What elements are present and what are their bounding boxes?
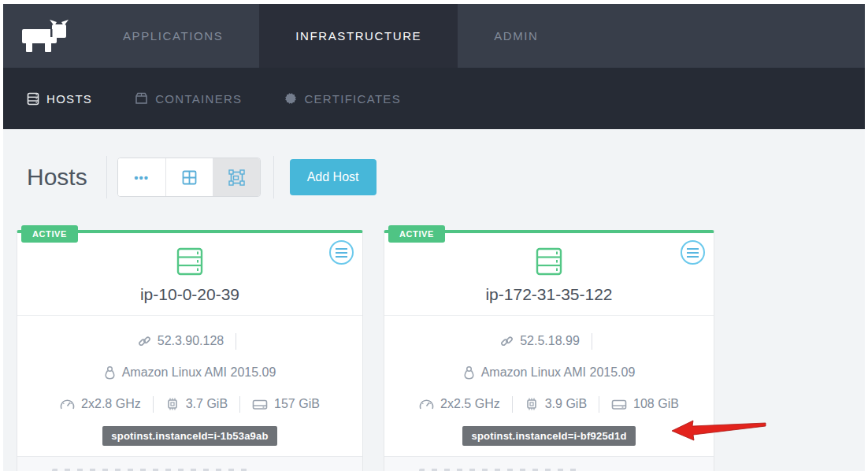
nav-item-admin[interactable]: ADMIN bbox=[458, 4, 574, 68]
grid-icon bbox=[182, 170, 197, 185]
host-ip: 52.3.90.128 bbox=[158, 334, 224, 348]
ellipsis-icon: ••• bbox=[134, 171, 149, 184]
inline-divider bbox=[239, 396, 240, 413]
disk-icon bbox=[252, 398, 268, 411]
top-nav: APPLICATIONS INFRASTRUCTURE ADMIN bbox=[3, 4, 865, 68]
link-icon bbox=[500, 335, 514, 348]
inline-divider bbox=[512, 396, 513, 413]
specs-row: 2x2.8 GHz 3.7 GiB bbox=[17, 388, 362, 420]
specs-row: 2x2.5 GHz 3.9 GiB bbox=[384, 388, 714, 420]
condensed-view-button[interactable]: ••• bbox=[118, 158, 165, 196]
cpu-speed-icon bbox=[419, 398, 434, 411]
subnav-item-hosts[interactable]: HOSTS bbox=[27, 92, 92, 106]
host-server-icon bbox=[533, 246, 565, 277]
host-os: Amazon Linux AMI 2015.09 bbox=[122, 365, 276, 380]
subnav-item-label: CERTIFICATES bbox=[304, 92, 401, 106]
host-card: ACTIVE ip-172-31-35-122 bbox=[384, 230, 714, 471]
host-details: 52.5.18.99 Amazon Linux AMI 2015.09 bbox=[384, 315, 714, 446]
host-label-tag: spotinst.instanceId=i-bf925d1d bbox=[462, 426, 635, 446]
host-card: ACTIVE ip-10-0-20-39 bbox=[17, 230, 363, 471]
host-cpu: 2x2.5 GHz bbox=[440, 397, 500, 411]
status-badge: ACTIVE bbox=[388, 225, 445, 243]
host-memory: 3.7 GiB bbox=[186, 397, 228, 411]
host-card-footer bbox=[384, 456, 714, 471]
view-toggle-group: ••• bbox=[117, 158, 261, 197]
os-row: Amazon Linux AMI 2015.09 bbox=[384, 357, 714, 388]
host-menu-button[interactable] bbox=[681, 240, 705, 265]
os-row: Amazon Linux AMI 2015.09 bbox=[17, 357, 362, 388]
host-details: 52.3.90.128 Amazon Linux AMI 2015.09 bbox=[17, 315, 362, 446]
hamburger-icon bbox=[336, 248, 347, 250]
host-memory: 3.9 GiB bbox=[545, 397, 587, 411]
hamburger-icon bbox=[687, 248, 699, 250]
link-icon bbox=[138, 335, 151, 348]
rancher-logo[interactable] bbox=[3, 4, 87, 68]
host-os: Amazon Linux AMI 2015.09 bbox=[481, 365, 636, 380]
hosts-toolbar: Hosts ••• bbox=[3, 129, 865, 198]
host-card-header: ip-10-0-20-39 bbox=[17, 233, 362, 315]
host-name[interactable]: ip-172-31-35-122 bbox=[384, 285, 714, 304]
red-arrow-annotation bbox=[671, 416, 770, 441]
machine-icon bbox=[228, 169, 245, 186]
host-disk: 108 GiB bbox=[633, 397, 679, 411]
page-title: Hosts bbox=[27, 164, 87, 191]
inline-divider bbox=[236, 333, 236, 350]
cpu-speed-icon bbox=[60, 398, 75, 411]
inline-divider bbox=[599, 396, 599, 413]
host-ip: 52.5.18.99 bbox=[520, 334, 580, 348]
subnav-item-label: HOSTS bbox=[46, 92, 92, 106]
nav-item-applications[interactable]: APPLICATIONS bbox=[87, 4, 259, 68]
linux-icon bbox=[463, 365, 475, 380]
memory-icon bbox=[525, 397, 539, 411]
app-window: APPLICATIONS INFRASTRUCTURE ADMIN HOSTS … bbox=[3, 4, 865, 471]
host-label-tag: spotinst.instanceId=i-1b53a9ab bbox=[102, 426, 276, 446]
status-badge: ACTIVE bbox=[21, 225, 78, 243]
inline-divider bbox=[592, 333, 592, 350]
ip-row: 52.3.90.128 bbox=[17, 325, 362, 357]
grid-view-button[interactable] bbox=[165, 158, 213, 196]
host-card-footer bbox=[17, 456, 362, 471]
host-menu-button[interactable] bbox=[329, 240, 354, 265]
hosts-page: Hosts ••• bbox=[3, 129, 865, 471]
subnav-item-certificates[interactable]: CERTIFICATES bbox=[284, 92, 401, 106]
nav-item-infrastructure[interactable]: INFRASTRUCTURE bbox=[259, 4, 458, 68]
host-cpu: 2x2.8 GHz bbox=[81, 397, 141, 411]
linux-icon bbox=[104, 365, 116, 380]
subnav-item-label: CONTAINERS bbox=[155, 92, 242, 106]
container-icon bbox=[135, 92, 148, 105]
host-name[interactable]: ip-10-0-20-39 bbox=[17, 285, 362, 304]
ip-row: 52.5.18.99 bbox=[384, 325, 714, 357]
add-host-button[interactable]: Add Host bbox=[290, 159, 377, 195]
toolbar-divider bbox=[106, 156, 107, 198]
host-card-header: ip-172-31-35-122 bbox=[384, 233, 714, 315]
memory-icon bbox=[165, 397, 180, 411]
machine-view-button[interactable] bbox=[213, 158, 260, 196]
disk-icon bbox=[611, 398, 627, 411]
subnav-item-containers[interactable]: CONTAINERS bbox=[135, 92, 242, 106]
toolbar-divider bbox=[273, 156, 274, 198]
certificate-icon bbox=[284, 92, 297, 105]
inline-divider bbox=[153, 396, 154, 413]
infrastructure-subnav: HOSTS CONTAINERS CERTIFICATES bbox=[3, 68, 865, 129]
host-disk: 157 GiB bbox=[274, 397, 320, 411]
host-server-icon bbox=[174, 246, 206, 277]
cow-icon bbox=[20, 19, 69, 54]
hosts-icon bbox=[27, 92, 39, 106]
